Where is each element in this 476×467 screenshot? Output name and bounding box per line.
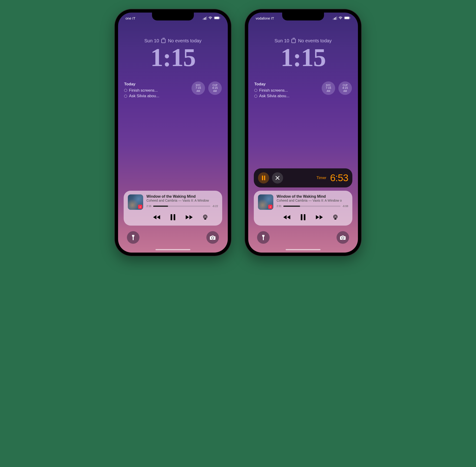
calendar-icon (291, 39, 296, 43)
world-clock-nyc[interactable]: NYC 7:15 AM (322, 81, 335, 95)
now-playing-card[interactable]: ♫ Window of the Waking Mind Coheed and C… (254, 191, 352, 226)
pause-button[interactable] (168, 212, 178, 222)
clock-time: 1:15 (248, 43, 358, 72)
reminders-title: Today (124, 81, 159, 87)
remaining-time: -6:22 (212, 205, 218, 208)
live-activities: Timer 6:53 ♫ Window of the Waking Mind C… (254, 169, 352, 226)
reminder-item: Ask Silvia abou... (124, 93, 159, 99)
svg-rect-1 (214, 17, 219, 19)
flashlight-button[interactable] (127, 231, 139, 244)
svg-rect-4 (174, 214, 175, 220)
timer-cancel-button[interactable] (272, 172, 283, 183)
track-title: Window of the Waking Mind (146, 195, 218, 199)
home-indicator[interactable] (286, 249, 321, 250)
camera-button[interactable] (206, 231, 219, 244)
svg-rect-11 (262, 176, 263, 180)
phone-right: vodafone IT Sun 10 No events today 1:15 … (245, 9, 361, 256)
home-indicator[interactable] (155, 249, 190, 250)
forward-button[interactable] (314, 212, 325, 222)
flashlight-button[interactable] (257, 231, 270, 244)
airplay-button[interactable] (200, 212, 210, 222)
now-playing-card[interactable]: ♫ Window of the Waking Mind Coheed and C… (124, 191, 222, 226)
world-clock-widget[interactable]: NYC 7:15 AM CUP 4:15 AM (191, 81, 222, 95)
svg-rect-9 (345, 17, 349, 19)
svg-rect-12 (264, 176, 265, 180)
timer-value: 6:53 (330, 172, 348, 183)
circle-icon (254, 95, 257, 98)
reminders-widget[interactable]: Today Finish screens... Ask Silvia abou.… (124, 81, 159, 99)
rewind-button[interactable] (151, 212, 162, 222)
svg-rect-10 (350, 17, 350, 18)
reminder-item: Ask Silvia abou... (254, 93, 289, 99)
progress-bar[interactable] (153, 206, 210, 207)
lock-screen[interactable]: vodafone IT Sun 10 No events today 1:15 … (248, 13, 358, 253)
elapsed-time: 2:31 (276, 205, 281, 208)
rewind-button[interactable] (282, 212, 292, 222)
svg-rect-3 (171, 214, 172, 220)
elapsed-time: 2:16 (146, 205, 151, 208)
carrier-label: one IT (125, 16, 136, 20)
live-activities: ♫ Window of the Waking Mind Coheed and C… (124, 191, 222, 226)
camera-button[interactable] (337, 231, 349, 244)
notch (152, 13, 194, 20)
svg-rect-14 (304, 214, 305, 220)
world-clock-cup[interactable]: CUP 4:15 AM (208, 81, 222, 95)
forward-button[interactable] (184, 212, 194, 222)
widget-row[interactable]: Today Finish screens... Ask Silvia abou.… (254, 81, 352, 99)
lock-screen[interactable]: one IT Sun 10 No events today 1:15 Today… (118, 13, 228, 253)
reminder-text: Ask Silvia abou... (259, 93, 289, 99)
svg-point-6 (204, 216, 206, 218)
circle-icon (124, 89, 127, 92)
track-artist: Coheed and Cambria — Vaxis II: A Window (146, 199, 218, 202)
svg-rect-2 (220, 17, 220, 18)
widget-row[interactable]: Today Finish screens... Ask Silvia abou.… (124, 81, 222, 99)
battery-icon (344, 16, 351, 20)
reminder-text: Finish screens... (259, 88, 288, 93)
calendar-icon (161, 39, 165, 43)
album-art[interactable]: ♫ (128, 195, 143, 210)
wifi-icon (338, 16, 343, 20)
reminder-item: Finish screens... (124, 88, 159, 93)
pause-button[interactable] (298, 212, 308, 222)
circle-icon (124, 95, 127, 98)
reminders-title: Today (254, 81, 289, 87)
circle-icon (254, 89, 257, 92)
reminder-item: Finish screens... (254, 88, 289, 93)
clock-time: 1:15 (118, 43, 228, 72)
svg-point-16 (335, 216, 336, 218)
track-artist: Coheed and Cambria — Vaxis II: A Window … (276, 199, 348, 202)
timer-pause-button[interactable] (258, 172, 269, 183)
battery-icon (214, 16, 220, 20)
apple-music-icon: ♫ (268, 205, 272, 209)
world-clock-nyc[interactable]: NYC 7:15 AM (191, 81, 205, 95)
album-art[interactable]: ♫ (258, 195, 273, 210)
reminder-text: Ask Silvia abou... (129, 93, 159, 99)
progress-bar[interactable] (283, 206, 340, 207)
apple-music-icon: ♫ (138, 205, 142, 209)
phone-left: one IT Sun 10 No events today 1:15 Today… (115, 9, 231, 256)
wifi-icon (208, 16, 213, 20)
cellular-signal-icon (203, 16, 207, 20)
timer-label: Timer (316, 176, 326, 180)
world-clock-widget[interactable]: NYC 7:15 AM CUP 4:15 AM (322, 81, 352, 95)
notch (282, 13, 324, 20)
remaining-time: -6:08 (342, 205, 348, 208)
track-title: Window of the Waking Mind (276, 195, 348, 199)
world-clock-cup[interactable]: CUP 4:15 AM (338, 81, 352, 95)
svg-rect-13 (301, 214, 302, 220)
cellular-signal-icon (333, 16, 337, 20)
reminder-text: Finish screens... (129, 88, 158, 93)
airplay-button[interactable] (330, 212, 340, 222)
timer-activity[interactable]: Timer 6:53 (254, 169, 352, 187)
carrier-label: vodafone IT (256, 16, 274, 20)
reminders-widget[interactable]: Today Finish screens... Ask Silvia abou.… (254, 81, 289, 99)
